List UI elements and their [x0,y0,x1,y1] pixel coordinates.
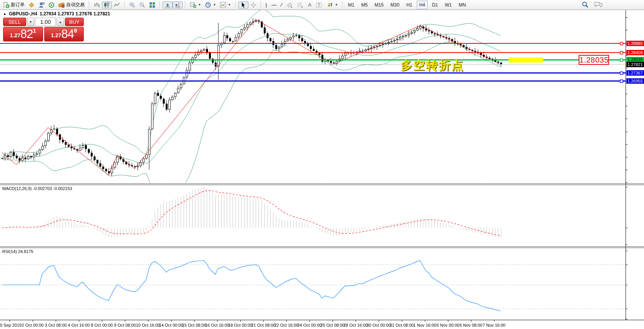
timeframe-m15-button[interactable]: M15 [372,1,386,9]
auto-scroll-button[interactable] [163,2,173,8]
text-label-tool[interactable]: T [314,2,324,8]
candlestick-chart-button[interactable] [102,2,112,8]
arrows-icon [327,2,333,8]
time-tick-label: 4 Oct 16:00 [68,323,90,327]
timeframe-m5-button[interactable]: M5 [359,1,370,9]
chat-icon[interactable] [594,1,602,9]
buy-price-display[interactable]: 1.27848 [44,27,84,41]
toolbar-separator [342,1,343,8]
vertical-line-icon: | [266,2,267,8]
timeframe-w1-button[interactable]: W1 [443,1,454,9]
sell-price-display[interactable]: 1.27821 [3,27,43,41]
main-toolbar: 新订单 自动交易 [0,0,644,10]
signals-button[interactable] [47,2,57,8]
volume-increase-button[interactable]: ▲ [57,18,64,26]
time-tick-label: 25 Oct 08:00 [321,323,345,327]
line-chart-icon [114,2,120,8]
time-tick-label: 9 Oct 08:00 [114,323,136,327]
buy-button[interactable]: BUY [65,18,84,26]
line-chart-button[interactable] [112,2,122,8]
rsi-indicator-label: RSI(14) 24.8175 [2,249,33,254]
arrows-tool[interactable]: ▼ [325,2,340,8]
toolbar-separator [185,1,186,8]
sell-price-point: 1 [33,28,36,33]
signals-icon [48,2,55,8]
toolbar-separator [160,1,160,8]
time-tick-label: 30 Sep 2019 [0,323,22,327]
indicators-button[interactable]: ▼ [218,2,233,8]
timeframe-mn-button[interactable]: MN [456,1,468,9]
collapse-panel-icon[interactable]: ▲ [3,12,7,16]
dropdown-caret-icon: ▼ [213,3,216,7]
price-level-badge: 1.28409 [626,50,644,55]
svg-text:T: T [318,3,320,7]
time-tick-label: 31 Oct 08:00 [390,323,414,327]
tile-windows-button[interactable] [147,2,157,8]
zoom-in-button[interactable] [127,2,137,8]
channel-icon: E [286,2,293,8]
cursor-button[interactable] [238,2,248,8]
channel-tool[interactable]: E [285,2,295,8]
time-tick-label: 16 Oct 16:00 [205,323,230,327]
vertical-line-tool[interactable]: | [264,2,269,8]
sell-button[interactable]: SELL [3,18,26,26]
market-watch-button[interactable] [27,2,37,8]
clock-icon [205,2,211,8]
trendline-tool[interactable]: ∕ [279,2,284,8]
time-tick-label: 22 Oct 16:00 [275,323,299,327]
volume-input[interactable] [35,18,56,26]
timeframe-h4-button[interactable]: H4 [417,1,427,9]
chart-shift-icon [175,2,181,8]
time-tick-label: 1 Nov 16:00 [413,323,436,327]
fibonacci-icon: F [297,2,303,8]
time-tick-label: 2 Oct 00:00 [22,323,44,327]
time-tick-label: 21 Oct 08:00 [251,323,276,327]
crosshair-icon [250,2,256,8]
horizontal-line-icon: — [271,2,276,8]
new-chart-button[interactable]: ▼ [188,2,203,8]
bar-chart-icon [94,2,100,8]
auto-scroll-icon [165,2,171,8]
search-icon[interactable] [582,1,589,9]
time-tick-label: 18 Oct 00:00 [228,323,253,327]
price-level-badge: 1.27821 [626,62,644,67]
timeframe-h1-button[interactable]: H1 [404,1,414,9]
timeframe-m1-button[interactable]: M1 [346,1,357,9]
periodicity-button[interactable]: ▼ [203,2,218,8]
zoom-out-icon [139,2,145,8]
volume-decrease-button[interactable]: ▼ [27,18,34,26]
yellow-highlight-rectangle [509,58,543,63]
time-tick-label: 28 Oct 16:00 [344,323,368,327]
buy-price-base: 1.27 [51,30,61,40]
chart-shift-button[interactable] [173,2,183,8]
autotrading-icon [58,2,65,8]
price-level-badge: 1.26955 [626,78,644,84]
time-tick-label: 3 Oct 08:00 [45,323,67,327]
chart-canvas[interactable] [0,0,644,329]
toolbar-separator [124,1,125,8]
cursor-icon [240,2,246,8]
indicators-icon [220,2,226,8]
crosshair-button[interactable] [248,2,258,8]
time-tick-label: 5 Nov 00:00 [436,323,459,327]
svg-text:F: F [301,6,303,8]
autotrading-button[interactable]: 自动交易 [57,2,87,8]
new-order-button[interactable]: 新订单 [1,2,27,8]
sell-price-base: 1.27 [10,30,20,40]
toolbar-separator [261,1,261,8]
dropdown-caret-icon: ▼ [198,3,201,7]
timeframe-m30-button[interactable]: M30 [388,1,402,9]
zoom-out-button[interactable] [137,2,147,8]
price-level-badge: 1.28035 [626,57,644,62]
bar-chart-button[interactable] [92,2,102,8]
candlestick-chart-icon [104,2,110,8]
time-tick-label: 8 Oct 00:00 [91,323,113,327]
timeframe-d1-button[interactable]: D1 [430,1,440,9]
toolbar-separator [89,1,90,8]
horizontal-line-tool[interactable]: — [270,2,278,8]
text-tool[interactable]: A [306,2,313,8]
one-click-trading-panel: SELL ▼ ▲ BUY 1.27821 1.27848 [3,18,84,41]
time-tick-label: 24 Oct 00:00 [298,323,322,327]
fibonacci-tool[interactable]: F [295,2,305,8]
navigator-button[interactable] [37,2,47,8]
